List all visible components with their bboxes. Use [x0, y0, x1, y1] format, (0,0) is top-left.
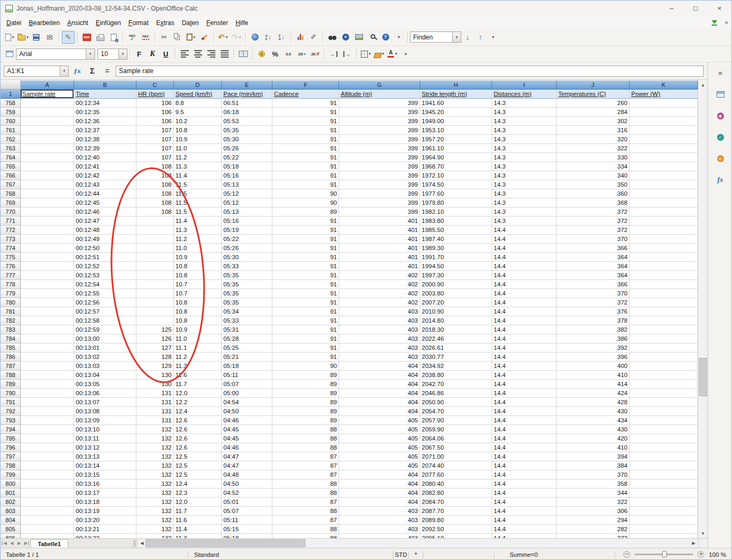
cell[interactable]: 131 — [136, 389, 174, 398]
cell[interactable]: 410 — [557, 371, 630, 380]
cell[interactable]: 376 — [557, 307, 630, 316]
cell[interactable]: 1972.10 — [420, 171, 492, 180]
cell[interactable]: 11.5 — [174, 198, 222, 207]
cell[interactable]: 1941.60 — [420, 99, 492, 108]
cell[interactable] — [136, 217, 174, 226]
cell[interactable]: 91 — [272, 144, 339, 153]
cell[interactable] — [21, 507, 74, 516]
properties-deck-icon[interactable] — [714, 88, 727, 101]
cell[interactable]: 106 — [136, 108, 174, 117]
cell[interactable]: 127 — [136, 343, 174, 353]
cell[interactable]: 2026.61 — [420, 343, 492, 353]
number-standard-icon[interactable]: 0.0 — [282, 47, 295, 60]
cell[interactable]: 00:13:00 — [74, 334, 136, 343]
cell[interactable]: 91 — [272, 262, 339, 271]
cell[interactable]: 372 — [557, 298, 630, 307]
cell[interactable]: 132 — [136, 470, 174, 479]
cell[interactable]: 10.2 — [174, 117, 222, 126]
cell[interactable]: 2059.90 — [420, 425, 492, 434]
row-header-790[interactable]: 790 — [1, 389, 21, 398]
row-header-804[interactable]: 804 — [1, 516, 21, 525]
cell[interactable]: 14.4 — [492, 353, 557, 362]
cell[interactable]: 11.5 — [174, 180, 222, 189]
cell[interactable]: 12.6 — [174, 416, 222, 425]
cell[interactable]: 107 — [136, 135, 174, 144]
cell[interactable]: 14.4 — [492, 316, 557, 325]
cell[interactable]: 131 — [136, 407, 174, 416]
cell[interactable] — [630, 498, 698, 507]
cell[interactable] — [21, 144, 74, 153]
cell[interactable]: 91 — [272, 325, 339, 334]
row-header-768[interactable]: 768 — [1, 189, 21, 198]
maximize-button[interactable]: □ — [683, 1, 707, 17]
cell[interactable]: 05:16 — [222, 217, 272, 226]
cell[interactable]: 88 — [272, 479, 339, 489]
cell[interactable]: 89 — [272, 416, 339, 425]
hyperlink-icon[interactable] — [248, 31, 261, 44]
cell[interactable]: 14.4 — [492, 244, 557, 253]
row-header-799[interactable]: 799 — [1, 470, 21, 479]
cell-header-F1[interactable]: Cadence — [272, 90, 339, 99]
cell[interactable]: 108 — [136, 162, 174, 171]
cell[interactable]: 403 — [339, 516, 420, 525]
name-box-dropdown-arrow[interactable]: ▾ — [60, 66, 68, 76]
cell[interactable]: 399 — [339, 117, 420, 126]
cell[interactable]: 360 — [557, 189, 630, 198]
cell[interactable]: 132 — [136, 489, 174, 498]
cell[interactable]: 14.4 — [492, 434, 557, 443]
row-header-805[interactable]: 805 — [1, 525, 21, 534]
cell[interactable] — [630, 126, 698, 135]
cell[interactable]: 2030.77 — [420, 353, 492, 362]
copy-icon[interactable] — [171, 31, 184, 44]
find-input[interactable]: Finden ▾ — [410, 31, 461, 43]
function-wizard-icon[interactable]: ƒx — [71, 65, 84, 77]
cell[interactable]: 330 — [557, 153, 630, 162]
cell[interactable]: 14.4 — [492, 334, 557, 343]
cell[interactable]: 404 — [339, 389, 420, 398]
cell[interactable]: 00:13:02 — [74, 353, 136, 362]
cell[interactable]: 91 — [272, 353, 339, 362]
cell[interactable]: 11.2 — [174, 235, 222, 244]
cell[interactable]: 260 — [557, 99, 630, 108]
sort-ascending-icon[interactable]: AZ↓ — [262, 31, 275, 44]
cell[interactable]: 2000.90 — [420, 280, 492, 289]
add-decimal-icon[interactable]: .00+ — [295, 47, 308, 60]
cell[interactable]: 04:47 — [222, 461, 272, 470]
cell[interactable]: 1961.10 — [420, 144, 492, 153]
cell[interactable]: 294 — [557, 516, 630, 525]
cell[interactable]: 129 — [136, 362, 174, 371]
cell[interactable]: 14.4 — [492, 461, 557, 470]
cell[interactable]: 05:01 — [222, 498, 272, 507]
cell[interactable]: 2087.70 — [420, 507, 492, 516]
cell[interactable]: 04:45 — [222, 425, 272, 434]
cell[interactable]: 11.2 — [174, 353, 222, 362]
cell[interactable]: 04:48 — [222, 470, 272, 479]
cell[interactable]: 00:13:11 — [74, 434, 136, 443]
cell[interactable]: 2034.92 — [420, 362, 492, 371]
cell[interactable]: 1977.60 — [420, 189, 492, 198]
cell[interactable]: 2054.70 — [420, 407, 492, 416]
row-header-800[interactable]: 800 — [1, 479, 21, 489]
cell[interactable]: 405 — [339, 434, 420, 443]
cell[interactable] — [630, 470, 698, 479]
bold-button[interactable]: F — [133, 47, 146, 60]
cell[interactable]: 1949.00 — [420, 117, 492, 126]
cell[interactable]: 400 — [557, 362, 630, 371]
cell[interactable]: 132 — [136, 461, 174, 470]
horizontal-scrollbar[interactable]: ◀ ▶ — [137, 539, 698, 548]
cell[interactable]: 358 — [557, 479, 630, 489]
cell[interactable]: 14.3 — [492, 153, 557, 162]
cell[interactable]: 05:11 — [222, 516, 272, 525]
column-header-J[interactable]: J — [557, 81, 630, 90]
cell[interactable]: 403 — [339, 307, 420, 316]
cell[interactable] — [630, 507, 698, 516]
row-header-775[interactable]: 775 — [1, 253, 21, 262]
cell[interactable]: 05:35 — [222, 289, 272, 298]
cell[interactable]: 88 — [272, 489, 339, 498]
cell[interactable]: 108 — [136, 198, 174, 207]
cell[interactable] — [21, 362, 74, 371]
sort-descending-icon[interactable]: ZA↓ — [275, 31, 288, 44]
cell[interactable]: 1964.90 — [420, 153, 492, 162]
cell[interactable]: 106 — [136, 117, 174, 126]
vertical-scrollbar[interactable]: ▲ ▼ — [698, 81, 707, 538]
